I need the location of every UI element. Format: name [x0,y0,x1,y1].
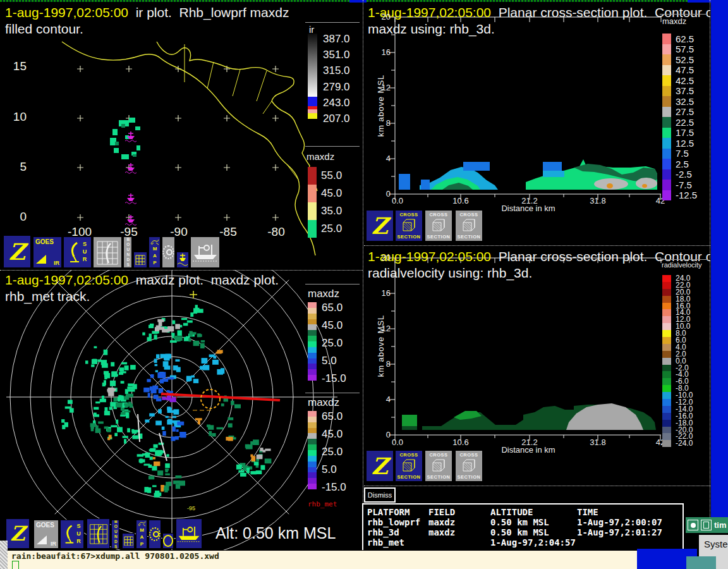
ship-icon [191,242,219,262]
colorbar-ticks: 65.045.025.05.0-15.0 [322,299,346,388]
radar-maxdz-colorbar-2: maxdz 65.045.025.05.0-15.0 [305,393,362,499]
colorbar-segment: 45.0 [308,185,342,202]
table-header-cell: FIELD [428,507,490,517]
colorbar-segment: 2.5 [662,159,697,169]
widget-menu-button[interactable] [688,520,698,530]
radar-dish-icon [68,241,80,264]
bounds-button[interactable]: BOUNDS [111,520,119,549]
panel-title: 1-aug-1997,02:05:00 Planar cross-section… [368,5,710,20]
sur-radar-button[interactable]: SUR [63,236,92,268]
colorbar-segment [308,472,317,478]
panel-title: 1-aug-1997,02:05:00 ir plot. Rhb_lowprf … [5,5,289,20]
circle-icon [691,523,696,528]
gear-icon [149,527,161,541]
cross-section-button-active[interactable]: CROSS SECTION [395,450,423,482]
x-axis-label: Distance in km [465,445,592,455]
goes-ir-button[interactable]: GOESIR [33,520,59,549]
panel-title: 1-aug-1997,02:05:00 Planar cross-section… [368,249,710,264]
table-row: rhb_met1-Aug-97,2:04:57 [363,537,682,548]
colorbar-segment [308,330,317,336]
colorbar-segment [308,462,317,467]
cross-section-button[interactable]: CROSS SECTION [425,210,452,242]
cross-section-button[interactable]: CROSS SECTION [455,450,483,482]
ir-cold-cloud-blobs [110,118,140,159]
cross-section-button[interactable]: CROSS SECTION [455,210,483,242]
colorbar-segment: 57.5 [662,44,697,55]
colorbar-segment: 55.0 [308,167,342,185]
colorbar-segment [308,375,317,381]
ship-button[interactable] [190,236,220,268]
dismiss-button[interactable]: Dismiss [364,487,396,503]
panel-title-line2: rhb_met track. [5,289,90,304]
ir-map-panel: 1-aug-1997,02:05:00 ir plot. Rhb_lowprf … [1,3,362,270]
azimuth-wheel-button[interactable] [162,236,175,268]
sur-radar-button[interactable]: SUR [60,520,84,549]
radar-longitude-label: -95 [187,505,195,511]
small-grid-button[interactable] [122,533,135,549]
colorbar-segment [308,341,317,347]
colorbar-segment [308,319,317,325]
azimuth-wheel-button[interactable] [149,520,161,549]
circle-button[interactable] [162,533,174,549]
cross-section-button-active[interactable]: CROSS SECTION [395,210,423,242]
ir-colorbar: ir 387.0351.0315.0279.0243.0207.0 [305,22,362,130]
colorbar-segment [308,439,317,444]
zebra-logo-button[interactable]: Z [366,210,394,242]
grid-icon [124,536,133,546]
table-body: rhb_lowprfmaxdz0.50 km MSL1-Aug-97,2:00:… [363,517,682,548]
colorbar-segment [308,347,317,353]
window-corner [716,556,728,569]
grid-radar-icon [88,522,109,546]
ship-icon [176,524,202,543]
colorbar-segment [308,428,317,434]
colorbar-segment: 17.5 [662,128,697,138]
radar-ppi-panel: 1-aug-1997,02:05:00 maxdz plot. maxdz pl… [1,270,362,555]
colorbar-segment: 47.5 [662,65,697,76]
bounds-button[interactable]: BOUNDS [123,236,132,268]
terminal-window[interactable]: rain:beaufait:67>xdump.all 970801.0205.x… [8,550,637,569]
colorbar-segment [308,358,317,364]
goes-ir-button[interactable]: GOESIR [33,236,62,268]
colorbar-segment [308,308,317,314]
grid-radar-button[interactable] [93,236,122,268]
maxdz-colorbar: maxdz 55.0 45.0 35.0 25.0 [305,146,362,247]
y-axis-label: km above MSL [376,55,385,156]
colorbar-segment: -7.5 [662,180,697,190]
system-menu-label[interactable]: System [699,535,728,549]
colorbar-segment [308,336,317,341]
time-widget-titlebar: tim [686,517,728,533]
panel-separator-br [364,486,710,486]
circle-icon [163,535,173,547]
buoy-button[interactable] [176,252,189,268]
grid-icon [135,255,145,265]
colorbar-segment [308,302,317,308]
panel-title: 1-aug-1997,02:05:00 maxdz plot. maxdz pl… [5,272,279,288]
cube-icon [430,458,447,474]
maxdz-xsec-colorbar: maxdz 62.5 57.5 52.5 47.5 42.5 [660,14,710,210]
colorbar-segment [308,444,317,450]
colorbar-segment [308,484,317,489]
grid-radar-button[interactable] [87,518,110,549]
map-button[interactable]: MAP [149,236,161,268]
table-row: rhb_lowprfmaxdz0.50 km MSL1-Aug-97,2:00:… [363,517,682,527]
colorbar-segment: -2.5 [662,169,697,180]
zebra-logo-button[interactable]: Z [3,235,31,268]
colorbar-segment: 35.0 [308,202,342,220]
map-button[interactable]: MAP [136,520,147,549]
desktop-root-strip [711,0,728,569]
colorbar-segment [308,369,317,375]
widget-iconify-button[interactable] [701,520,712,530]
small-grid-button[interactable] [133,252,147,268]
cross-section-button[interactable]: CROSS SECTION [425,450,452,482]
colorbar-segment: 32.5 [662,96,697,107]
zebra-logo-button[interactable]: Z [366,450,394,482]
zebra-logo-button[interactable]: Z [6,518,30,549]
colorbar-segment: 25.0 [308,220,342,238]
cube-icon [461,218,477,233]
panel-separator-tr [364,245,710,246]
grid-cross-marker [190,291,197,298]
table-header-row: PLATFORMFIELDALTITUDETIME [363,507,682,517]
ship-button[interactable] [176,518,202,549]
colorbar-segment: -12.5 [662,190,697,201]
timestamp: 1-aug-1997,02:05:00 [5,272,128,287]
